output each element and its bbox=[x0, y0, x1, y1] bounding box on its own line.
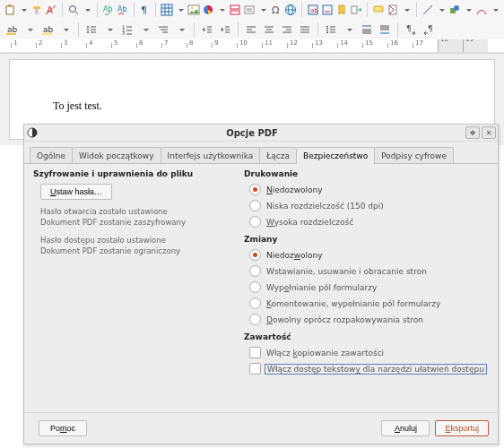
chart-icon[interactable] bbox=[202, 2, 214, 18]
svg-rect-31 bbox=[374, 6, 383, 12]
linespacing-icon[interactable] bbox=[323, 22, 339, 38]
rtl-icon[interactable]: ¶ bbox=[421, 22, 437, 38]
numbering-icon[interactable]: 123 bbox=[119, 22, 135, 38]
draw-dropdown[interactable] bbox=[490, 2, 500, 18]
align-center-icon[interactable] bbox=[261, 22, 277, 38]
highlight-b-icon[interactable]: ab bbox=[39, 22, 56, 38]
svg-rect-19 bbox=[245, 6, 254, 13]
pdf-options-dialog: Opcje PDF ❖ ✕ Ogólne Widok początkowy In… bbox=[23, 124, 499, 444]
close-button[interactable]: ✕ bbox=[482, 126, 496, 139]
table-dropdown[interactable] bbox=[175, 2, 186, 18]
tab-links[interactable]: Łącza bbox=[259, 147, 297, 163]
linespacing-dropdown[interactable] bbox=[341, 22, 357, 38]
special-icon[interactable]: Ω bbox=[270, 2, 282, 18]
draw-icon[interactable] bbox=[475, 2, 488, 18]
para-above-icon[interactable] bbox=[359, 22, 375, 38]
radio-icon bbox=[249, 314, 261, 325]
tab-security[interactable]: Bezpieczeństwo bbox=[296, 147, 375, 163]
changes-insert-delete-rotate[interactable]: Wstawianie, usuwanie i obracanie stron bbox=[249, 265, 489, 277]
help-button[interactable]: Pomoc bbox=[39, 420, 87, 436]
svg-text:ab: ab bbox=[310, 7, 318, 14]
line-icon[interactable] bbox=[421, 2, 434, 18]
section-changes-title: Zmiany bbox=[244, 235, 489, 244]
align-justify-icon[interactable] bbox=[297, 22, 313, 38]
clone-format-icon[interactable] bbox=[30, 2, 43, 18]
chart-dropdown[interactable] bbox=[216, 2, 227, 18]
opt-label: Komentowanie, wypełnianie pól formularzy bbox=[266, 299, 440, 308]
bullets-dropdown[interactable] bbox=[101, 22, 117, 38]
section-printing-title: Drukowanie bbox=[244, 169, 489, 178]
indent-inc-icon[interactable] bbox=[217, 22, 233, 38]
find-dropdown[interactable] bbox=[82, 2, 92, 18]
tab-initial-view[interactable]: Widok początkowy bbox=[72, 147, 161, 163]
outline-icon[interactable] bbox=[155, 22, 171, 38]
align-left-icon[interactable] bbox=[243, 22, 259, 38]
highlight-a-dropdown[interactable] bbox=[22, 22, 38, 38]
track-icon[interactable] bbox=[387, 2, 399, 18]
radio-icon bbox=[249, 184, 261, 195]
enable-copy-content[interactable]: Włącz kopiowanie zawartości bbox=[249, 347, 489, 358]
svg-point-40 bbox=[87, 26, 89, 28]
svg-text:ab: ab bbox=[43, 25, 54, 34]
dialog-title: Opcje PDF bbox=[39, 128, 465, 138]
para-below-icon[interactable] bbox=[377, 22, 393, 38]
bullets-icon[interactable] bbox=[83, 22, 100, 38]
footnote-icon[interactable]: ab bbox=[307, 2, 319, 18]
tab-user-interface[interactable]: Interfejs użytkownika bbox=[161, 147, 261, 163]
tab-general[interactable]: Ogólne bbox=[30, 147, 73, 163]
find-icon[interactable] bbox=[67, 2, 80, 18]
break-icon[interactable] bbox=[229, 2, 241, 18]
changes-not-allowed[interactable]: Niedozwolony bbox=[249, 249, 489, 261]
paste-dropdown[interactable] bbox=[18, 2, 29, 18]
export-button[interactable]: Eksportuj bbox=[435, 420, 489, 436]
spellcheck-icon[interactable]: Ab bbox=[102, 2, 115, 18]
dialog-body: Szyfrowanie i uprawnienia do pliku Ustaw… bbox=[24, 164, 498, 412]
numbering-dropdown[interactable] bbox=[137, 22, 153, 38]
opt-label: Niedozwolony bbox=[266, 185, 323, 194]
highlight-b-dropdown[interactable] bbox=[57, 22, 74, 38]
tab-signatures[interactable]: Podpisy cyfrowe bbox=[374, 147, 454, 163]
radio-icon bbox=[249, 216, 261, 228]
document-text: To jest test. bbox=[53, 99, 102, 112]
ltr-icon[interactable]: ¶ bbox=[403, 22, 419, 38]
comment-icon[interactable] bbox=[372, 2, 385, 18]
svg-rect-37 bbox=[6, 33, 16, 35]
opt-label: Wypełnianie pól formularzy bbox=[266, 283, 377, 292]
clear-format-icon[interactable]: A bbox=[45, 2, 57, 18]
changes-any-except-extract[interactable]: Dowolny oprócz rozpakowywania stron bbox=[249, 314, 489, 325]
print-low-res[interactable]: Niska rozdzielczość (150 dpi) bbox=[249, 200, 489, 211]
cancel-button[interactable]: Anuluj bbox=[381, 420, 430, 436]
hyperlink-icon[interactable] bbox=[284, 2, 297, 18]
svg-point-15 bbox=[191, 7, 193, 9]
line-dropdown[interactable] bbox=[436, 2, 447, 18]
indent-dec-icon[interactable] bbox=[199, 22, 215, 38]
nonprint-icon[interactable]: ¶ bbox=[138, 2, 151, 18]
autospell-icon[interactable]: Ab bbox=[117, 2, 129, 18]
changes-comment-fill[interactable]: Komentowanie, wypełnianie pól formularzy bbox=[249, 297, 489, 309]
field-dropdown[interactable] bbox=[257, 2, 268, 18]
svg-rect-18 bbox=[230, 11, 239, 14]
align-right-icon[interactable] bbox=[279, 22, 295, 38]
set-passwords-button[interactable]: Ustaw hasła… bbox=[40, 184, 112, 200]
titlebar[interactable]: Opcje PDF ❖ ✕ bbox=[24, 125, 498, 142]
print-high-res[interactable]: Wysoka rozdzielczość bbox=[249, 216, 489, 228]
shapes-dropdown[interactable] bbox=[463, 2, 474, 18]
outline-dropdown[interactable] bbox=[173, 22, 189, 38]
maximize-button[interactable]: ❖ bbox=[465, 126, 480, 139]
changes-fill-forms[interactable]: Wypełnianie pól formularzy bbox=[249, 281, 489, 293]
field-icon[interactable] bbox=[243, 2, 256, 18]
image-icon[interactable] bbox=[187, 2, 200, 18]
bookmark-icon[interactable] bbox=[335, 2, 348, 18]
shapes-icon[interactable] bbox=[448, 2, 461, 18]
enable-text-access-accessibility[interactable]: Włącz dostęp tekstowy dla narzędzi ułatw… bbox=[249, 363, 489, 375]
xref-icon[interactable] bbox=[350, 2, 362, 18]
paste-icon[interactable] bbox=[4, 2, 16, 18]
endnote-icon[interactable] bbox=[321, 2, 334, 18]
toolbars: A Ab Ab ¶ Ω ab ab bbox=[0, 0, 504, 54]
col-permissions: Drukowanie Niedozwolony Niska rozdzielcz… bbox=[244, 169, 489, 412]
highlight-a-icon[interactable]: ab bbox=[4, 22, 20, 38]
track-dropdown[interactable] bbox=[401, 2, 412, 18]
tabs: Ogólne Widok początkowy Interfejs użytko… bbox=[24, 142, 498, 164]
print-not-allowed[interactable]: Niedozwolony bbox=[249, 184, 489, 195]
table-icon[interactable] bbox=[161, 2, 173, 18]
